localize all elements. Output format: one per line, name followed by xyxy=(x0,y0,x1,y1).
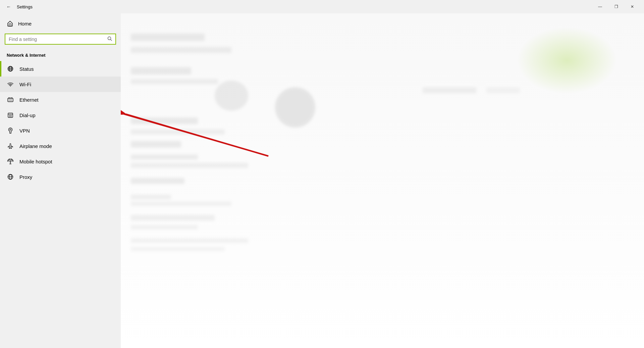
sidebar-item-vpn[interactable]: VPN xyxy=(0,123,121,138)
blurred-content xyxy=(121,13,644,348)
ethernet-icon xyxy=(7,96,14,103)
sidebar-item-status-label: Status xyxy=(19,66,34,72)
svg-point-21 xyxy=(11,115,12,116)
home-label: Home xyxy=(18,21,32,27)
minimize-button[interactable]: — xyxy=(592,1,608,12)
app-container: Home Network & Internet xyxy=(0,13,644,348)
sidebar-item-dialup-label: Dial-up xyxy=(19,112,36,118)
vpn-icon xyxy=(7,127,14,134)
section-title: Network & Internet xyxy=(0,50,121,61)
svg-point-22 xyxy=(9,116,10,117)
airplane-icon xyxy=(7,143,14,149)
svg-point-20 xyxy=(10,115,11,116)
sidebar-item-airplane-label: Airplane mode xyxy=(19,143,52,149)
content-area xyxy=(121,13,644,348)
search-box xyxy=(5,34,116,45)
maximize-button[interactable]: ❐ xyxy=(608,1,624,12)
svg-point-24 xyxy=(11,116,12,117)
home-icon xyxy=(7,20,13,27)
close-button[interactable]: ✕ xyxy=(625,1,640,12)
svg-rect-0 xyxy=(9,24,11,26)
sidebar-item-wifi-label: Wi-Fi xyxy=(19,82,31,87)
svg-point-25 xyxy=(10,129,11,130)
sidebar-item-wifi[interactable]: Wi-Fi xyxy=(0,77,121,92)
svg-point-8 xyxy=(10,86,11,87)
proxy-icon xyxy=(7,173,14,180)
sidebar-item-status[interactable]: Status xyxy=(0,61,121,77)
globe-icon xyxy=(7,65,14,72)
sidebar-item-ethernet[interactable]: Ethernet xyxy=(0,92,121,107)
sidebar-item-proxy-label: Proxy xyxy=(19,174,32,180)
sidebar-item-airplane[interactable]: Airplane mode xyxy=(0,138,121,154)
wifi-icon xyxy=(7,81,14,88)
sidebar-item-ethernet-label: Ethernet xyxy=(19,97,39,103)
sidebar-item-hotspot[interactable]: Mobile hotspot xyxy=(0,154,121,169)
sidebar-item-proxy[interactable]: Proxy xyxy=(0,169,121,185)
dialup-icon xyxy=(7,112,14,118)
title-bar: ← Settings — ❐ ✕ xyxy=(0,0,644,13)
svg-point-26 xyxy=(10,161,11,162)
sidebar-item-vpn-label: VPN xyxy=(19,128,30,134)
decorative-glow xyxy=(517,27,617,94)
svg-point-19 xyxy=(9,115,10,116)
sidebar-item-dialup[interactable]: Dial-up xyxy=(0,107,121,123)
back-button[interactable]: ← xyxy=(4,2,13,11)
window-controls: — ❐ ✕ xyxy=(592,1,640,12)
svg-point-23 xyxy=(10,116,11,117)
window-title: Settings xyxy=(17,4,33,9)
svg-line-2 xyxy=(111,40,112,41)
search-input[interactable] xyxy=(9,37,105,42)
sidebar: Home Network & Internet xyxy=(0,13,121,348)
search-icon xyxy=(107,36,112,42)
sidebar-item-home[interactable]: Home xyxy=(0,16,121,31)
sidebar-item-hotspot-label: Mobile hotspot xyxy=(19,159,52,164)
hotspot-icon xyxy=(7,158,14,165)
